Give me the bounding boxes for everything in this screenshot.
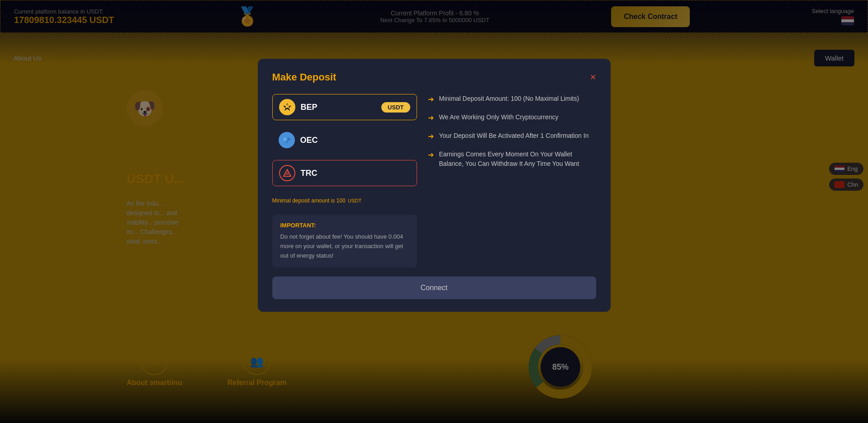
bep-label: BEP: [301, 103, 318, 112]
arrow-icon-1: ➜: [428, 95, 434, 103]
oec-label: OEC: [300, 136, 318, 145]
info-item-3: ➜ Your Deposit Will Be Activated After 1…: [428, 131, 596, 141]
info-item-4: ➜ Earnings Comes Every Moment On Your Wa…: [428, 150, 596, 169]
modal-header: Make Deposit ×: [272, 71, 596, 83]
svg-point-9: [284, 138, 286, 141]
info-text-3: Your Deposit Will Be Activated After 1 C…: [439, 131, 589, 141]
bep-icon: [279, 99, 295, 115]
modal-left-column: BEP USDT OEC: [272, 94, 417, 268]
info-text-1: Minimal Deposit Amount: 100 (No Maximal …: [439, 94, 579, 103]
arrow-icon-3: ➜: [428, 132, 434, 141]
min-deposit-note: Minimal deposit amount is 100 USDT: [272, 197, 417, 204]
modal-right-column: ➜ Minimal Deposit Amount: 100 (No Maxima…: [428, 94, 596, 268]
info-text-2: We Are Working Only With Cryptocurrency: [439, 113, 559, 122]
bep-network-option[interactable]: BEP USDT: [272, 94, 417, 120]
trc-label: TRC: [301, 169, 318, 178]
arrow-icon-2: ➜: [428, 113, 434, 122]
modal-body: BEP USDT OEC: [272, 94, 596, 268]
important-text: Do not forget about fee! You should have…: [280, 232, 409, 260]
oec-network-option[interactable]: OEC: [272, 127, 417, 153]
trc-network-option[interactable]: TRC: [272, 160, 417, 186]
trc-icon: [279, 165, 295, 181]
important-title: IMPORTANT:: [280, 222, 409, 229]
info-text-4: Earnings Comes Every Moment On Your Wall…: [439, 150, 596, 169]
modal-title: Make Deposit: [272, 71, 337, 83]
important-box: IMPORTANT: Do not forget about fee! You …: [272, 215, 417, 268]
make-deposit-modal: Make Deposit × BEP USDT: [258, 59, 611, 312]
info-item-2: ➜ We Are Working Only With Cryptocurrenc…: [428, 113, 596, 122]
usdt-badge: USDT: [381, 102, 410, 113]
svg-point-11: [285, 141, 288, 143]
arrow-icon-4: ➜: [428, 150, 434, 159]
modal-close-button[interactable]: ×: [590, 71, 596, 83]
svg-point-10: [287, 138, 290, 141]
connect-button[interactable]: Connect: [272, 277, 596, 299]
oec-icon: [279, 132, 295, 148]
info-item-1: ➜ Minimal Deposit Amount: 100 (No Maxima…: [428, 94, 596, 103]
